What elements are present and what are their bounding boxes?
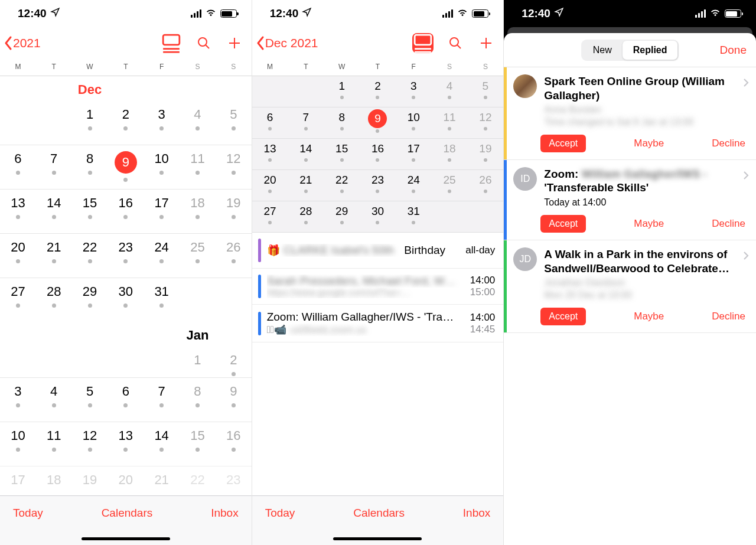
wifi-icon xyxy=(710,7,721,21)
event-row[interactable]: Sarah Presseders, Michael Ford, W… https… xyxy=(252,269,504,305)
nav-header: 2021 xyxy=(0,27,252,59)
invite-stripe xyxy=(504,67,507,159)
invite-stripe xyxy=(504,240,507,332)
svg-rect-0 xyxy=(163,35,180,45)
segment-new[interactable]: New xyxy=(582,41,623,60)
calendars-button[interactable]: Calendars xyxy=(353,507,405,520)
inbox-sheet-pane: 12:40 New Replied Done Spark Teen Online… xyxy=(504,0,756,545)
invite-title: Zoom: William Gallagher/IWS -'Transferab… xyxy=(544,167,736,195)
calendar-grid-dec[interactable]: 1 2 3 4 5 xyxy=(0,101,252,145)
svg-line-4 xyxy=(206,45,209,48)
day-view-pane: 12:40 Dec 2021 MTWTFSS xyxy=(252,0,504,545)
toolbar: Today Calendars Inbox xyxy=(0,495,252,545)
avatar: JD xyxy=(513,247,537,271)
status-bar: 12:40 xyxy=(0,0,252,27)
event-color-bar xyxy=(258,312,261,335)
decline-button[interactable]: Decline xyxy=(712,311,745,322)
status-time: 12:40 xyxy=(522,7,550,20)
status-time: 12:40 xyxy=(270,7,299,20)
maybe-button[interactable]: Maybe xyxy=(634,138,664,149)
inbox-button[interactable]: Inbox xyxy=(211,507,238,520)
calendars-button[interactable]: Calendars xyxy=(102,507,153,520)
battery-icon xyxy=(725,9,741,18)
invite-row[interactable]: ID Zoom: William Gallagher/IWS -'Transfe… xyxy=(504,160,756,241)
month-label-dec: Dec xyxy=(72,76,108,101)
status-bar: 12:40 xyxy=(252,0,504,27)
avatar xyxy=(513,74,537,98)
back-button[interactable]: Dec 2021 xyxy=(256,35,318,51)
invite-title: A Walk in a Park in the environs of Sand… xyxy=(544,247,736,276)
status-bar: 12:40 xyxy=(504,0,756,27)
event-time: 14:00 xyxy=(470,275,496,286)
event-time: 14:00 xyxy=(470,312,496,324)
weekday-header: MTWTFSS xyxy=(0,59,252,76)
decline-button[interactable]: Decline xyxy=(712,138,745,149)
event-color-bar xyxy=(258,275,261,298)
today-button[interactable]: Today xyxy=(13,507,43,520)
event-row[interactable]: 🎁CLARKE Isabel's 50th Birthday all-day xyxy=(252,233,504,269)
inbox-sheet: New Replied Done Spark Teen Online Group… xyxy=(504,33,756,545)
svg-rect-7 xyxy=(415,35,431,45)
invite-row[interactable]: JD A Walk in a Park in the environs of S… xyxy=(504,240,756,333)
add-button[interactable] xyxy=(477,34,495,52)
decline-button[interactable]: Decline xyxy=(712,218,745,230)
svg-point-10 xyxy=(450,38,458,46)
accept-button[interactable]: Accept xyxy=(540,308,586,325)
event-color-bar xyxy=(258,239,261,262)
week-grid[interactable]: 1 2 3 4 5 6 7 8 9 10 11 12 13 14 15 16 1… xyxy=(252,76,504,233)
gift-icon: 🎁 xyxy=(267,244,280,257)
toolbar: Today Calendars Inbox xyxy=(252,495,504,545)
nav-header: Dec 2021 xyxy=(252,27,504,59)
back-button[interactable]: 2021 xyxy=(4,35,41,51)
chevron-right-icon xyxy=(743,78,749,90)
list-toggle-button[interactable] xyxy=(161,33,182,53)
wifi-icon xyxy=(206,7,216,21)
list-toggle-button[interactable] xyxy=(412,33,434,53)
event-list: 🎁CLARKE Isabel's 50th Birthday all-day S… xyxy=(252,233,504,342)
event-row[interactable]: Zoom: William Gallagher/IWS - 'Tra… ▢⃞📹u… xyxy=(252,305,504,342)
back-label: Dec 2021 xyxy=(265,36,318,50)
battery-icon xyxy=(472,9,488,18)
location-icon xyxy=(302,7,312,20)
done-button[interactable]: Done xyxy=(720,44,747,57)
month-label-jan: Jan xyxy=(180,322,216,347)
today-button[interactable]: Today xyxy=(265,507,295,520)
home-indicator[interactable] xyxy=(82,537,170,540)
add-button[interactable] xyxy=(226,34,243,52)
today-cell[interactable]: 9 xyxy=(107,145,144,189)
svg-point-3 xyxy=(198,38,207,46)
maybe-button[interactable]: Maybe xyxy=(634,311,664,322)
cellular-icon xyxy=(442,9,453,18)
invite-stripe xyxy=(504,160,507,240)
video-icon: ▢⃞📹 xyxy=(267,324,286,336)
home-indicator[interactable] xyxy=(333,537,422,540)
back-label: 2021 xyxy=(13,36,41,50)
cellular-icon xyxy=(191,9,201,18)
avatar: ID xyxy=(513,167,537,191)
search-button[interactable] xyxy=(195,34,213,52)
location-icon xyxy=(554,7,564,20)
invite-time: Today at 14:00 xyxy=(544,197,736,208)
accept-button[interactable]: Accept xyxy=(540,215,586,233)
inbox-button[interactable]: Inbox xyxy=(463,507,490,520)
svg-line-11 xyxy=(457,45,461,48)
status-time: 12:40 xyxy=(18,7,47,20)
cellular-icon xyxy=(695,9,706,18)
month-view-pane: 12:40 2021 MTWTFSS Dec xyxy=(0,0,252,545)
segmented-control[interactable]: New Replied xyxy=(581,40,679,61)
battery-icon xyxy=(220,9,237,18)
weekday-header: MTWTFSS xyxy=(252,59,504,76)
chevron-right-icon xyxy=(743,251,749,263)
maybe-button[interactable]: Maybe xyxy=(634,218,664,230)
search-button[interactable] xyxy=(447,34,464,52)
wifi-icon xyxy=(457,7,468,21)
accept-button[interactable]: Accept xyxy=(540,135,586,152)
chevron-right-icon xyxy=(743,171,749,182)
segment-replied[interactable]: Replied xyxy=(623,41,678,60)
invite-title: Spark Teen Online Group (William Gallagh… xyxy=(544,74,736,103)
event-time: all-day xyxy=(465,244,495,256)
today-cell[interactable]: 9 xyxy=(360,107,396,139)
invite-row[interactable]: Spark Teen Online Group (William Gallagh… xyxy=(504,67,756,160)
location-icon xyxy=(50,7,60,20)
